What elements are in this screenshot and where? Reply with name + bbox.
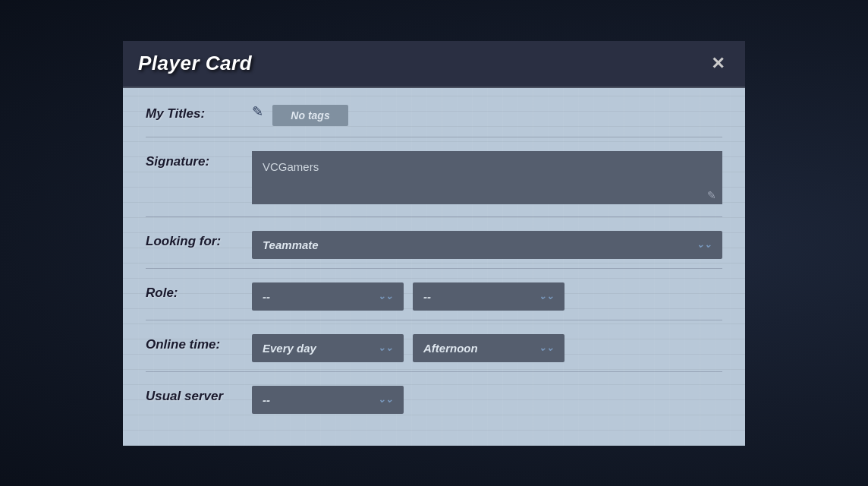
looking-for-chevron: ⌄⌄ (697, 239, 712, 250)
role-slot1-dropdown[interactable]: -- ⌄⌄ (252, 282, 404, 311)
no-tags-button[interactable]: No tags (272, 105, 348, 126)
online-time-slot1-chevron: ⌄⌄ (378, 342, 393, 353)
role-controls: -- ⌄⌄ -- ⌄⌄ (252, 282, 722, 311)
player-card-modal: Player Card ✕ My Titles: ✎ No tags Signa… (123, 41, 745, 446)
signature-wrapper: ✎ (252, 151, 722, 207)
modal-header: Player Card ✕ (123, 41, 745, 88)
role-slot2-value: -- (423, 290, 431, 303)
looking-for-value: Teammate (263, 238, 319, 251)
signature-row: Signature: ✎ (146, 151, 722, 217)
online-time-slot1-dropdown[interactable]: Every day ⌄⌄ (252, 334, 404, 362)
usual-server-value: -- (263, 393, 270, 406)
usual-server-label: Usual server (146, 386, 252, 404)
online-time-slot2-dropdown[interactable]: Afternoon ⌄⌄ (413, 334, 565, 362)
online-time-slot2-value: Afternoon (423, 342, 478, 355)
role-slot2-dropdown[interactable]: -- ⌄⌄ (413, 282, 565, 311)
role-label: Role: (146, 282, 252, 301)
my-titles-controls: ✎ No tags (252, 103, 722, 128)
usual-server-controls: -- ⌄⌄ (252, 386, 722, 414)
close-button[interactable]: ✕ (706, 52, 730, 76)
online-time-slot1-value: Every day (263, 342, 316, 355)
online-time-label: Online time: (146, 334, 252, 352)
usual-server-chevron: ⌄⌄ (378, 394, 393, 405)
online-time-slot2-chevron: ⌄⌄ (539, 342, 554, 353)
role-slot2-chevron: ⌄⌄ (539, 291, 554, 301)
titles-edit-icon[interactable]: ✎ (252, 103, 263, 120)
signature-input[interactable] (252, 151, 722, 204)
role-slot1-chevron: ⌄⌄ (378, 291, 393, 301)
my-titles-label: My Titles: (146, 103, 252, 122)
looking-for-row: Looking for: Teammate ⌄⌄ (146, 231, 722, 269)
signature-edit-icon[interactable]: ✎ (707, 189, 716, 201)
signature-label: Signature: (146, 151, 252, 169)
my-titles-row: My Titles: ✎ No tags (146, 103, 722, 137)
modal-title: Player Card (138, 52, 252, 75)
looking-for-controls: Teammate ⌄⌄ (252, 231, 722, 259)
online-time-row: Online time: Every day ⌄⌄ Afternoon ⌄⌄ (146, 334, 722, 372)
looking-for-label: Looking for: (146, 231, 252, 249)
titles-header: ✎ (252, 103, 263, 120)
modal-body: My Titles: ✎ No tags Signature: ✎ Lookin… (123, 88, 745, 446)
usual-server-row: Usual server -- ⌄⌄ (146, 386, 722, 423)
role-row: Role: -- ⌄⌄ -- ⌄⌄ (146, 282, 722, 320)
usual-server-dropdown[interactable]: -- ⌄⌄ (252, 386, 404, 414)
looking-for-dropdown[interactable]: Teammate ⌄⌄ (252, 231, 722, 259)
role-slot1-value: -- (263, 290, 270, 303)
online-time-controls: Every day ⌄⌄ Afternoon ⌄⌄ (252, 334, 722, 362)
